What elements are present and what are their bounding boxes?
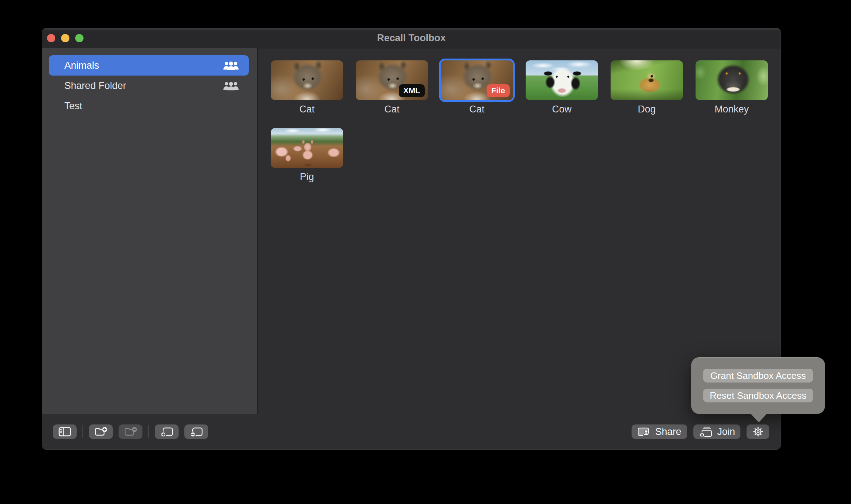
- rect-minus-icon: [190, 426, 203, 437]
- sandbox-access-popover: Grant Sandbox AccessReset Sandbox Access: [691, 357, 825, 414]
- thumbnail-badge: XML: [399, 84, 425, 97]
- thumbnail-photo: [271, 60, 343, 100]
- settings-button[interactable]: [747, 424, 769, 439]
- thumbnail-label: Cat: [271, 104, 343, 115]
- reset-sandbox-access-button[interactable]: Reset Sandbox Access: [703, 389, 813, 402]
- toolbar-divider: [148, 425, 149, 438]
- thumbnail-photo: [696, 60, 768, 100]
- thumbnail-label: Cat: [356, 104, 428, 115]
- gallery-item-monkey[interactable]: Monkey: [696, 60, 768, 128]
- sidebar-item-label: Animals: [64, 60, 99, 71]
- share-button[interactable]: Share: [632, 424, 687, 439]
- thumbnail-badge: File: [487, 84, 510, 97]
- footer-actions: Share Join: [632, 424, 769, 439]
- thumbnail[interactable]: [271, 128, 343, 168]
- thumbnail[interactable]: [526, 60, 598, 100]
- share-screen-icon: [637, 426, 651, 437]
- sidebar-item-shared-folder[interactable]: Shared Folder: [49, 76, 249, 96]
- grant-sandbox-access-button[interactable]: Grant Sandbox Access: [703, 369, 813, 383]
- thumbnail-label: Monkey: [696, 104, 768, 115]
- rect-plus-icon: [160, 426, 174, 437]
- sidebar-item-test[interactable]: Test: [49, 96, 249, 116]
- thumbnail[interactable]: XML: [356, 60, 428, 100]
- gallery-item-cat[interactable]: Cat: [271, 60, 343, 128]
- thumbnail[interactable]: [696, 60, 768, 100]
- gallery-grid: Cat XML Cat File Cat Cow Dog Monkey: [271, 60, 781, 196]
- folder-minus-icon: [124, 426, 137, 437]
- sidebar-item-animals[interactable]: Animals: [49, 55, 249, 76]
- thumbnail-label: Cat: [441, 104, 513, 115]
- toolbar-button-rect-minus[interactable]: [184, 424, 208, 439]
- window-title: Recall Toolbox: [42, 28, 781, 48]
- people-icon: [223, 60, 239, 71]
- thumbnail[interactable]: [271, 60, 343, 100]
- title-bar: Recall Toolbox: [42, 28, 781, 48]
- thumbnail-photo: [271, 128, 343, 168]
- share-button-label: Share: [655, 426, 681, 437]
- zoom-button[interactable]: [75, 34, 84, 42]
- toolbar-button-folder-plus[interactable]: [89, 424, 113, 439]
- sidebar-item-label: Shared Folder: [64, 80, 126, 91]
- folder-plus-icon: [94, 426, 108, 437]
- thumbnail-label: Cow: [526, 104, 598, 115]
- sidebar: Animals Shared Folder Test: [42, 48, 258, 414]
- gallery-item-cow[interactable]: Cow: [526, 60, 598, 128]
- window-controls: [47, 34, 84, 42]
- join-session-icon: [699, 426, 713, 437]
- toolbar-divider: [82, 425, 83, 438]
- thumbnail-label: Pig: [271, 171, 343, 183]
- footer-toolbar: [53, 424, 208, 439]
- app-window: Recall Toolbox Animals Shared Folder Tes…: [42, 28, 781, 450]
- join-button[interactable]: Join: [693, 424, 740, 439]
- gallery-item-pig[interactable]: Pig: [271, 128, 343, 196]
- toolbar-button-rect-plus[interactable]: [155, 424, 179, 439]
- sidebar-toggle-icon: [58, 426, 72, 437]
- toolbar-button-folder-minus[interactable]: [119, 424, 142, 439]
- thumbnail[interactable]: [611, 60, 683, 100]
- minimize-button[interactable]: [61, 34, 69, 42]
- thumbnail-photo: [526, 60, 598, 100]
- sidebar-item-label: Test: [64, 101, 82, 112]
- gear-icon: [752, 426, 764, 438]
- thumbnail-label: Dog: [611, 104, 683, 115]
- join-button-label: Join: [717, 426, 735, 437]
- toolbar-button-sidebar-toggle[interactable]: [53, 424, 77, 439]
- close-button[interactable]: [47, 34, 55, 42]
- people-icon: [223, 80, 239, 91]
- gallery-item-cat[interactable]: File Cat: [441, 60, 513, 128]
- thumbnail[interactable]: File: [441, 60, 513, 100]
- gallery-item-dog[interactable]: Dog: [611, 60, 683, 128]
- thumbnail-photo: [611, 60, 683, 100]
- sidebar-list: Animals Shared Folder Test: [42, 55, 257, 116]
- gallery-item-cat[interactable]: XML Cat: [356, 60, 428, 128]
